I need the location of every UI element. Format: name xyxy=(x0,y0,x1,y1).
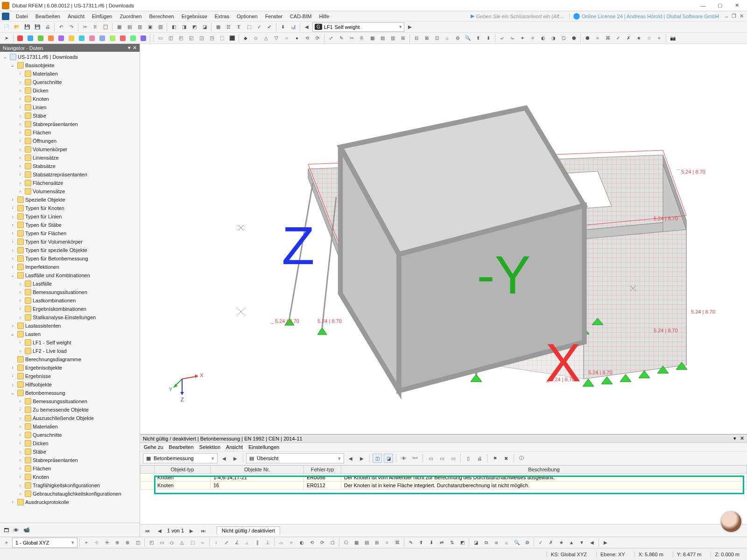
tree-row[interactable]: ›Bemessungssituationen xyxy=(0,397,140,406)
bp-col-objnr[interactable]: Objekte Nr. xyxy=(211,466,304,474)
tool-icon[interactable]: ⎘ xyxy=(357,34,366,43)
tool12-icon[interactable] xyxy=(128,34,138,43)
tree-row[interactable]: ›Stabrepräsentanten xyxy=(0,456,140,464)
tool-icon[interactable]: ⟳ xyxy=(313,34,322,43)
tree-row[interactable]: ›Stabsätze xyxy=(0,162,140,170)
assistant-avatar[interactable] xyxy=(720,511,742,533)
snap-icon[interactable]: ⇄ xyxy=(437,538,446,547)
open-icon[interactable]: 📂 xyxy=(12,22,21,32)
bp-del-icon[interactable]: ✖ xyxy=(501,454,511,463)
tool-icon[interactable]: ▭ xyxy=(155,34,165,43)
snap-icon[interactable]: ▶ xyxy=(601,538,610,547)
navigator-tree[interactable]: ⌄US-17311.rf6 | Downloads⌄Basisobjekte›M… xyxy=(0,52,140,523)
pager-tab[interactable]: Nicht gültig / deaktiviert xyxy=(217,526,280,535)
tree-row[interactable]: ›Typen für Volumenkörper xyxy=(0,238,140,246)
tree-row[interactable]: ›Volumensätze xyxy=(0,187,140,196)
opening-tool-icon[interactable] xyxy=(56,34,66,43)
bp-col-objtyp[interactable]: Objekt-typ xyxy=(155,466,211,474)
loadsurface-tool-icon[interactable] xyxy=(98,34,107,43)
tree-row[interactable]: ›Stabrepräsentanten xyxy=(0,120,140,128)
tool-icon[interactable]: ⬢ xyxy=(569,34,578,43)
snap-icon[interactable]: ⟂ xyxy=(242,538,252,547)
snap-icon[interactable]: ▼ xyxy=(577,538,586,547)
redo-icon[interactable]: ↷ xyxy=(67,22,76,32)
tool-icon[interactable]: ✗ xyxy=(624,34,633,43)
tree-row[interactable]: ›Lastassistenten xyxy=(0,322,140,330)
tool-icon[interactable]: ⬆ xyxy=(473,34,483,43)
view5-icon[interactable]: ▧ xyxy=(155,22,165,32)
paste-icon[interactable]: 📋 xyxy=(101,22,110,32)
snap-icon[interactable]: ⬡ xyxy=(328,538,337,547)
bp-next-icon[interactable]: ▶ xyxy=(231,454,240,463)
bp-win3-icon[interactable]: ▭ xyxy=(448,454,458,463)
tool-icon[interactable]: ✓ xyxy=(613,34,623,43)
bp-win1-icon[interactable]: ▭ xyxy=(426,454,435,463)
pager-last-icon[interactable]: ⏭ xyxy=(199,526,208,535)
menu-einfuegen[interactable]: Einfügen xyxy=(88,13,116,20)
tree-row[interactable]: ›Typen für spezielle Objekte xyxy=(0,246,140,254)
loadline-tool-icon[interactable] xyxy=(87,34,97,43)
snap-icon[interactable]: ◫ xyxy=(133,538,142,547)
tool-icon[interactable]: ◰ xyxy=(176,34,185,43)
snap-icon[interactable]: ⧇ xyxy=(492,538,501,547)
tree-row[interactable]: ⌄Lastfälle und Kombinationen xyxy=(0,271,140,280)
bp-gehezu[interactable]: Gehe zu xyxy=(144,444,163,450)
tool-icon[interactable]: ⌖ xyxy=(655,34,664,43)
tree-row[interactable]: ›Flächen xyxy=(0,128,140,137)
bp-ansicht[interactable]: Ansicht xyxy=(226,444,243,450)
tool-icon[interactable]: ▥ xyxy=(388,34,397,43)
render3-icon[interactable]: ◩ xyxy=(190,22,199,32)
snap-icon[interactable]: ◐ xyxy=(297,538,306,547)
tree-row[interactable]: ›Typen für Knoten xyxy=(0,204,140,212)
bp-filter1-icon[interactable]: ◫ xyxy=(373,454,382,463)
navigator-pin-icon[interactable]: ▾ xyxy=(128,45,131,51)
tree-row[interactable]: ›Linien xyxy=(0,103,140,112)
tree-row[interactable]: ›Typen für Betonbemessung xyxy=(0,254,140,263)
next-lf-icon[interactable]: ▶ xyxy=(405,22,415,32)
list-icon[interactable]: ☰ xyxy=(224,22,233,32)
tool-icon[interactable]: ◲ xyxy=(197,34,206,43)
check-icon[interactable]: ✔ xyxy=(265,22,274,32)
tool-icon[interactable]: △ xyxy=(261,34,271,43)
snap-icon[interactable]: ▦ xyxy=(352,538,361,547)
member-tool-icon[interactable] xyxy=(36,34,45,43)
bp-prev-icon[interactable]: ◀ xyxy=(219,454,229,463)
tool-icon[interactable]: ▦ xyxy=(367,34,377,43)
tool-icon[interactable]: ☆ xyxy=(644,34,654,43)
snap-icon[interactable]: ⊥ xyxy=(263,538,272,547)
snap-icon[interactable]: ★ xyxy=(557,538,566,547)
tool-icon[interactable]: ⬚ xyxy=(217,34,226,43)
tree-row[interactable]: ›Dicken xyxy=(0,439,140,448)
tool-icon[interactable]: ◇ xyxy=(251,34,261,43)
menu-ansicht[interactable]: Ansicht xyxy=(64,13,88,20)
bp-selektion[interactable]: Selektion xyxy=(199,444,220,450)
snap-icon[interactable]: ⬚ xyxy=(188,538,197,547)
tool-icon[interactable]: ⚙ xyxy=(453,34,462,43)
tool-icon[interactable]: ● xyxy=(292,34,302,43)
tree-row[interactable]: ›Tragfähigkeitskonfigurationen xyxy=(0,481,140,490)
snap-icon[interactable]: ◪ xyxy=(471,538,480,547)
snap-icon[interactable]: △ xyxy=(177,538,187,547)
tool-icon[interactable]: ⬛ xyxy=(227,34,237,43)
select-arrow-icon[interactable]: ➤ xyxy=(2,34,11,43)
tree-row[interactable]: ⌄Betonbemessung xyxy=(0,389,140,397)
grid-icon[interactable]: ▦ xyxy=(213,22,223,32)
tree-row[interactable]: ›Zu bemessende Objekte xyxy=(0,406,140,414)
tool-icon[interactable]: ◳ xyxy=(207,34,216,43)
tree-row[interactable]: ›Flächen xyxy=(0,464,140,473)
snap-icon[interactable]: ∠ xyxy=(232,538,241,547)
snap-icon[interactable]: ⟲ xyxy=(307,538,317,547)
tree-row[interactable]: ›Knoten xyxy=(0,95,140,103)
menu-datei[interactable]: Datei xyxy=(12,13,32,20)
tree-row[interactable]: ›Flächensätze xyxy=(0,179,140,187)
tool-icon[interactable]: ○ xyxy=(282,34,291,43)
snap-icon[interactable]: ▤ xyxy=(362,538,371,547)
tool-icon[interactable]: ⌗ xyxy=(593,34,602,43)
snap-icon[interactable]: ⌖ xyxy=(82,538,91,547)
tool10-icon[interactable] xyxy=(108,34,117,43)
tree-row[interactable]: ›Stabsatzrepräsentanten xyxy=(0,170,140,179)
bp-bearbeiten[interactable]: Bearbeiten xyxy=(169,444,194,450)
snap-icon[interactable]: ⊕ xyxy=(113,538,122,547)
snap-icon[interactable]: ◩ xyxy=(458,538,467,547)
tool-icon[interactable]: ⤾ xyxy=(497,34,507,43)
